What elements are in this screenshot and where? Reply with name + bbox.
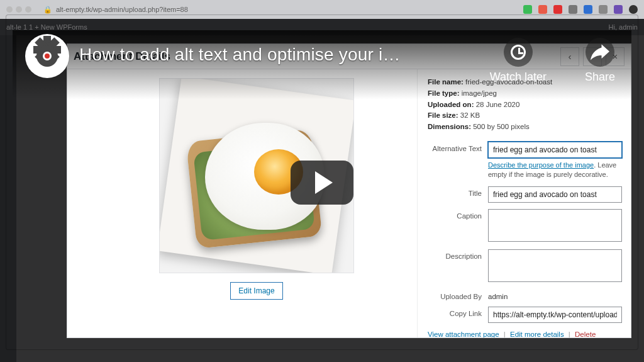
description-label: Description <box>428 249 488 260</box>
edit-image-button[interactable]: Edit Image <box>230 282 282 300</box>
share-button[interactable]: Share <box>585 38 615 84</box>
uploaded-by-value: admin <box>488 290 622 300</box>
ext-icon[interactable] <box>614 5 623 14</box>
traffic-dot <box>16 6 22 13</box>
video-title[interactable]: How to add alt text and optimise your i… <box>79 45 401 65</box>
edit-more-details-link[interactable]: Edit more details <box>510 331 564 337</box>
play-button[interactable] <box>291 161 353 205</box>
watch-later-label: Watch later <box>490 71 547 84</box>
url-bar[interactable]: 🔒 alt-empty.tk/wp-admin/upload.php?item=… <box>43 6 523 14</box>
link-separator: | <box>566 331 573 337</box>
meta-file-type-label: File type: <box>428 89 459 97</box>
alt-text-label: Alternative Text <box>428 142 488 152</box>
clock-icon <box>511 45 526 60</box>
caption-label: Caption <box>428 209 488 220</box>
traffic-dot <box>6 6 13 13</box>
ext-icon[interactable] <box>553 5 562 14</box>
uploaded-by-label: Uploaded By <box>428 290 488 300</box>
page-url: alt-empty.tk/wp-admin/upload.php?item=88 <box>56 6 188 13</box>
meta-file-size: 32 KB <box>460 111 480 119</box>
meta-file-size-label: File size: <box>428 111 458 119</box>
video-frame: Attachment Details ‹ › × Edit <box>6 15 638 349</box>
screenshot-root: 🔒 alt-empty.tk/wp-admin/upload.php?item=… <box>0 0 644 362</box>
ext-icon[interactable] <box>538 5 547 14</box>
prev-attachment-button[interactable]: ‹ <box>560 47 579 66</box>
meta-uploaded-on: 28 June 2020 <box>476 101 520 108</box>
share-icon <box>586 38 614 67</box>
profile-avatar-icon[interactable] <box>629 5 638 14</box>
meta-file-name-label: File name: <box>428 78 464 86</box>
traffic-dot <box>25 6 31 13</box>
ext-icon[interactable] <box>569 5 577 14</box>
alt-text-hint: Describe the purpose of the image. Leave… <box>488 161 622 180</box>
watch-later-button[interactable]: Watch later <box>490 38 547 84</box>
ext-icon[interactable] <box>523 5 532 14</box>
copy-link-input[interactable] <box>488 307 622 323</box>
share-label: Share <box>585 71 615 84</box>
ext-icon[interactable] <box>599 5 608 14</box>
link-separator: | <box>501 331 508 337</box>
lock-icon: 🔒 <box>43 6 52 14</box>
description-textarea[interactable] <box>488 249 622 282</box>
play-icon <box>315 171 333 194</box>
alt-text-input[interactable] <box>488 142 622 158</box>
title-label: Title <box>428 186 488 197</box>
view-attachment-link[interactable]: View attachment page <box>428 331 499 337</box>
meta-dimensions-label: Dimensions: <box>428 123 471 130</box>
alt-text-hint-link[interactable]: Describe the purpose of the image <box>488 161 594 169</box>
file-meta: File name: fried-egg-avocado-on-toast Fi… <box>428 77 622 133</box>
gear-icon <box>31 40 64 72</box>
copy-link-label: Copy Link <box>428 307 488 317</box>
meta-uploaded-on-label: Uploaded on: <box>428 101 474 108</box>
extension-tray <box>523 5 638 14</box>
modal-body: Edit Image File name: fried-egg-avocado-… <box>67 69 631 337</box>
title-input[interactable] <box>488 186 622 203</box>
meta-dimensions: 500 by 500 pixels <box>473 123 530 130</box>
ext-icon[interactable] <box>584 5 592 14</box>
channel-avatar[interactable] <box>25 34 69 78</box>
attachment-sidebar: File name: fried-egg-avocado-on-toast Fi… <box>417 69 631 337</box>
image-preview-area: Edit Image <box>67 69 417 337</box>
caption-textarea[interactable] <box>488 209 622 242</box>
meta-file-type: image/jpeg <box>462 89 497 97</box>
attachment-actions: View attachment page | Edit more details… <box>428 331 622 337</box>
attachment-form: Alternative Text Describe the purpose of… <box>428 142 622 323</box>
